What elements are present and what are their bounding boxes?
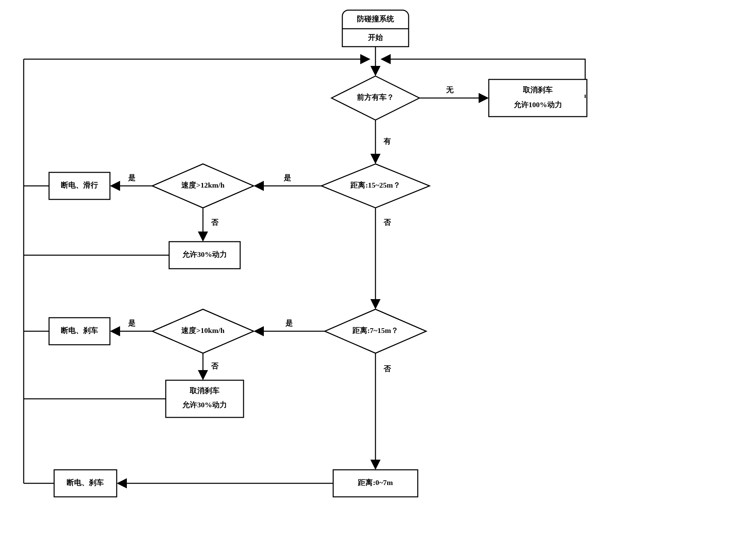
svg-text:断电、刹车: 断电、刹车 [61, 326, 98, 335]
edge-d2-no: 否 [383, 218, 391, 226]
edge-d3-no: 否 [211, 218, 219, 226]
edge-d2-yes: 是 [283, 173, 291, 182]
svg-text:前方有车？: 前方有车？ [357, 93, 394, 101]
decision-distance-15-25: 距离:15~25m？ [321, 164, 430, 208]
svg-rect-36 [166, 380, 244, 417]
start-node: 防碰撞系统 开始 [342, 10, 409, 47]
svg-text:距离:0~7m: 距离:0~7m [358, 478, 393, 487]
svg-text:距离:7~15m？: 距离:7~15m？ [352, 326, 398, 335]
process-distance-0-7: 距离:0~7m [333, 470, 418, 497]
svg-text:断电、滑行: 断电、滑行 [61, 181, 98, 189]
process-cancel-brake-30: 取消刹车 允许30%动力 [166, 380, 244, 417]
process-cancel-brake-100: 取消刹车 允许100%动力 [489, 79, 587, 117]
decision-car-ahead: 前方有车？ [331, 76, 419, 120]
svg-text:允许30%动力: 允许30%动力 [182, 401, 227, 409]
svg-text:速度>12km/h: 速度>12km/h [181, 181, 224, 189]
svg-text:允许30%动力: 允许30%动力 [182, 250, 227, 259]
svg-text:速度>10km/h: 速度>10km/h [181, 326, 224, 335]
svg-text:断电、刹车: 断电、刹车 [67, 478, 104, 487]
process-brake-1: 断电、刹车 [49, 318, 110, 345]
process-allow-30: 允许30%动力 [169, 242, 240, 269]
svg-text:取消刹车: 取消刹车 [523, 86, 553, 94]
decision-distance-7-15: 距离:7~15m？ [325, 309, 426, 353]
edge-d4-no: 否 [383, 364, 391, 373]
edge-d3-yes: 是 [128, 173, 136, 182]
edge-d4-yes: 是 [285, 319, 293, 327]
start-title: 防碰撞系统 [357, 15, 394, 23]
edge-has-car: 有 [383, 137, 391, 145]
process-coast: 断电、滑行 [49, 172, 110, 199]
process-brake-2: 断电、刹车 [54, 470, 117, 497]
decision-speed-12: 速度>12km/h [152, 164, 254, 208]
edge-d5-no: 否 [211, 362, 219, 370]
decision-speed-10: 速度>10km/h [152, 309, 254, 353]
edge-d5-yes: 是 [128, 319, 136, 327]
svg-text:取消刹车: 取消刹车 [189, 386, 220, 395]
svg-text:距离:15~25m？: 距离:15~25m？ [350, 181, 400, 189]
edge-no-car: 无 [446, 86, 454, 94]
svg-text:允许100%动力: 允许100%动力 [514, 100, 562, 109]
svg-rect-7 [489, 79, 587, 117]
start-subtitle: 开始 [368, 33, 383, 42]
